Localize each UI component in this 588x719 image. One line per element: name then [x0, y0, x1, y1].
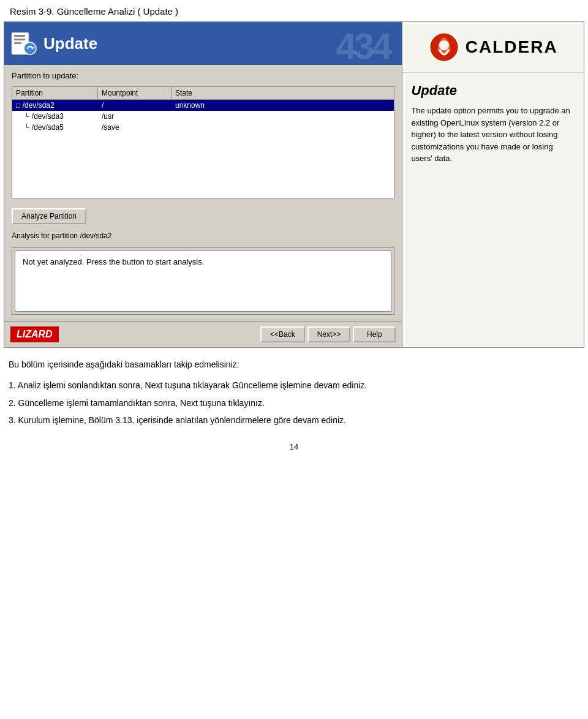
svg-rect-2 — [14, 39, 25, 40]
svg-rect-3 — [14, 42, 21, 44]
nav-buttons: <<Back Next>> Help — [260, 326, 396, 342]
header-bar: Update 434 — [4, 22, 402, 65]
analysis-message: Not yet analyzed. Press the button to st… — [15, 250, 391, 312]
cell-partition-0: □ /dev/sda2 — [12, 100, 98, 111]
analysis-label: Analysis for partition /dev/sda2 — [12, 232, 394, 240]
help-button[interactable]: Help — [353, 326, 396, 342]
bottom-bar: LIZARD <<Back Next>> Help — [4, 321, 402, 347]
table-row[interactable]: □ /dev/sda2 / unknown — [12, 100, 394, 111]
cell-state-0: unknown — [172, 100, 394, 111]
cell-mountpoint-2: /save — [98, 122, 172, 133]
help-title: Update — [411, 83, 575, 99]
analyze-btn-area: Analyze Partition — [12, 203, 394, 227]
table-body: □ /dev/sda2 / unknown └ /dev/sda3 /usr — [12, 100, 394, 198]
cell-partition-2: └ /dev/sda5 — [12, 122, 98, 133]
caldera-header: CALDERA — [402, 22, 584, 73]
help-content: Update The update option permits you to … — [402, 73, 584, 347]
analysis-box: Not yet analyzed. Press the button to st… — [12, 247, 394, 315]
svg-point-6 — [439, 40, 449, 50]
body-intro: Bu bölüm içerisinde aşağıdaki basamaklar… — [9, 358, 579, 371]
tree-icon: └ — [24, 124, 29, 131]
col-partition: Partition — [12, 87, 98, 99]
cell-partition-1: └ /dev/sda3 — [12, 111, 98, 122]
partition-label: Partition to update: — [12, 71, 394, 80]
table-row[interactable]: └ /dev/sda5 /save — [12, 122, 394, 133]
step-3: 3. Kurulum işlemine, Bölüm 3.13. içerisi… — [9, 413, 579, 427]
header-bg-numbers: 434 — [336, 25, 390, 65]
cell-state-2 — [172, 126, 394, 129]
body-text: Bu bölüm içerisinde aşağıdaki basamaklar… — [0, 348, 588, 436]
page-title: Resim 3-9. Güncelleme Analizi ( Update ) — [0, 0, 588, 21]
partition-table: Partition Mountpoint State □ /dev/sda2 /… — [12, 86, 394, 198]
caldera-name: CALDERA — [466, 37, 558, 57]
screenshot-container: Update 434 Partition to update: Partitio… — [4, 21, 584, 348]
cell-mountpoint-1: /usr — [98, 111, 172, 122]
back-button[interactable]: <<Back — [260, 326, 305, 342]
lizard-badge: LIZARD — [10, 326, 59, 342]
step-2: 2. Güncelleme işlemi tamamlandıktan sonr… — [9, 396, 579, 410]
cell-state-1 — [172, 115, 394, 118]
page-number: 14 — [0, 436, 588, 457]
minus-icon: □ — [16, 102, 20, 109]
tree-icon: └ — [24, 113, 29, 120]
header-title: Update — [43, 34, 97, 53]
analyze-partition-button[interactable]: Analyze Partition — [12, 208, 86, 224]
svg-point-4 — [24, 42, 36, 55]
help-text: The update option permits you to upgrade… — [411, 105, 575, 165]
body-steps: 1. Analiz işlemi sonlandıktan sonra, Nex… — [9, 378, 579, 427]
caldera-logo-icon — [429, 32, 459, 62]
right-panel: CALDERA Update The update option permits… — [402, 22, 584, 347]
col-state: State — [172, 87, 394, 99]
svg-rect-1 — [14, 35, 25, 37]
cell-mountpoint-0: / — [98, 100, 172, 111]
table-row[interactable]: └ /dev/sda3 /usr — [12, 111, 394, 122]
content-area: Partition to update: Partition Mountpoin… — [4, 65, 402, 321]
update-icon — [10, 30, 37, 57]
left-panel: Update 434 Partition to update: Partitio… — [4, 22, 402, 347]
step-1: 1. Analiz işlemi sonlandıktan sonra, Nex… — [9, 378, 579, 392]
col-mountpoint: Mountpoint — [98, 87, 172, 99]
table-header: Partition Mountpoint State — [12, 87, 394, 100]
next-button[interactable]: Next>> — [307, 326, 351, 342]
